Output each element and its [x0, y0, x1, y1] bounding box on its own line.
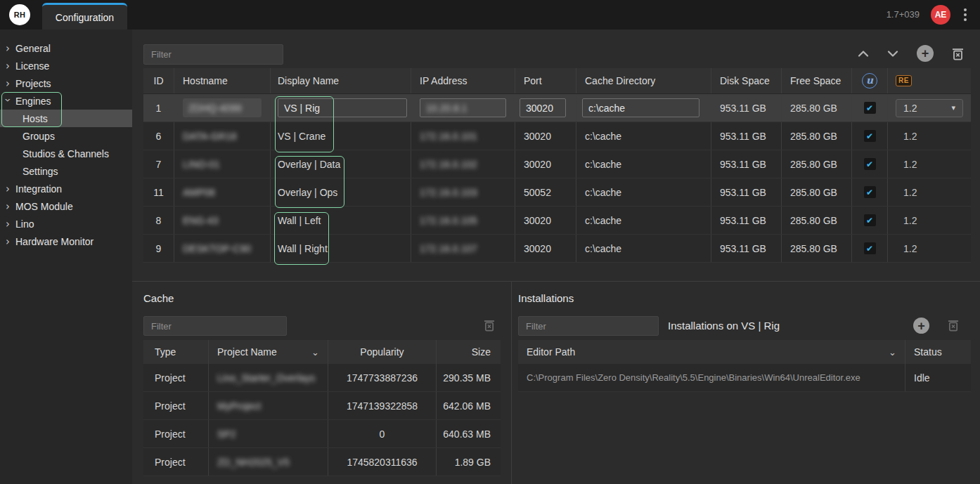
avatar-initials: AE	[935, 10, 947, 20]
cache-row[interactable]: Project ZD_NH2025_V5 1745820311636 1.89 …	[143, 448, 501, 476]
re-version-dropdown[interactable]: 1.2	[896, 99, 963, 117]
unreal-engine-icon	[862, 73, 877, 89]
sidebar-item-hardware-monitor[interactable]: Hardware Monitor	[0, 233, 132, 250]
version-label: 1.7+039	[886, 9, 920, 20]
col-ip-address: IP Address	[411, 68, 515, 93]
col-status: Status	[905, 340, 971, 364]
delete-host-button[interactable]	[952, 47, 964, 60]
unreal-checkbox[interactable]	[864, 158, 876, 170]
host-row-8[interactable]: 8 ENG-43 Wall | Left 172.16.0.105 30020 …	[143, 207, 971, 235]
cache-delete-button[interactable]	[484, 319, 495, 332]
tab-label: Configuration	[56, 12, 114, 23]
cache-directory-input[interactable]	[582, 98, 699, 117]
sidebar-item-engines[interactable]: Engines	[0, 92, 132, 110]
redacted-project-name: Lino_Starter_Overlays	[217, 372, 315, 384]
redacted-ip: 172.16.0.107	[420, 243, 477, 254]
cache-filter-input[interactable]	[143, 316, 287, 336]
redacted-hostname: AMP08	[183, 187, 215, 198]
logo-text: RH	[14, 11, 26, 19]
host-row-9[interactable]: 9 DESKTOP-C90 Wall | Right 172.16.0.107 …	[143, 235, 971, 263]
installations-panel-title: Installations	[518, 292, 574, 304]
display-name-input[interactable]	[278, 98, 407, 117]
col-port: Port	[515, 68, 576, 93]
col-popularity: Popularity	[328, 340, 437, 364]
move-up-button[interactable]	[858, 51, 869, 57]
installations-context-label: Installations on VS | Rig	[668, 320, 780, 332]
chevron-right-icon	[6, 201, 10, 212]
sidebar-item-integration[interactable]: Integration	[0, 180, 132, 197]
port-input[interactable]	[520, 98, 566, 117]
redacted-ip: 172.16.0.105	[420, 215, 477, 226]
status-value: Idle	[905, 364, 971, 391]
sidebar-item-hosts[interactable]: Hosts	[0, 110, 132, 127]
tab-configuration[interactable]: Configuration	[42, 3, 127, 30]
col-size: Size	[437, 340, 501, 364]
installations-table: Editor Path Status C:\Program Files\Zero…	[518, 340, 971, 392]
cache-row[interactable]: Project Lino_Starter_Overlays 1747733887…	[143, 364, 501, 392]
sidebar-item-projects[interactable]: Projects	[0, 74, 132, 92]
host-row-1[interactable]: 1 ZDHQ-4099 10.20.8.1 953.11 GB 285.80 G…	[143, 94, 971, 122]
col-project-name[interactable]: Project Name	[209, 340, 328, 364]
redacted-ip: 10.20.8.1	[426, 103, 467, 114]
reality-hub-logo: RH	[9, 4, 30, 25]
user-avatar[interactable]: AE	[931, 5, 950, 25]
cache-panel-title: Cache	[143, 292, 174, 304]
host-row-6[interactable]: 6 DATA-GR18 VS | Crane 172.16.0.101 3002…	[143, 122, 971, 150]
top-bar: RH Configuration 1.7+039 AE	[0, 0, 980, 30]
ip-field[interactable]: 10.20.8.1	[420, 98, 506, 117]
sidebar-item-settings[interactable]: Settings	[0, 162, 132, 180]
sidebar-item-lino[interactable]: Lino	[0, 215, 132, 233]
redacted-hostname: ENG-43	[183, 215, 219, 226]
hosts-toolbar: +	[858, 45, 964, 62]
unreal-checkbox[interactable]	[864, 102, 876, 114]
kebab-menu-icon[interactable]	[962, 7, 969, 22]
hosts-table-header: ID Hostname Display Name IP Address Port…	[143, 68, 971, 94]
delete-installation-button[interactable]	[948, 319, 959, 332]
sidebar-item-mos-module[interactable]: MOS Module	[0, 197, 132, 215]
sidebar-item-license[interactable]: License	[0, 57, 132, 74]
col-editor-path[interactable]: Editor Path	[518, 340, 905, 364]
redacted-hostname: DATA-GR18	[183, 131, 237, 142]
chevron-right-icon	[6, 78, 10, 89]
chevron-right-icon	[6, 43, 10, 54]
sidebar-item-studios-channels[interactable]: Studios & Channels	[0, 145, 132, 162]
col-hostname: Hostname	[174, 68, 271, 93]
installations-filter-input[interactable]	[518, 316, 659, 336]
host-row-7[interactable]: 7 LINO-01 Overlay | Data 172.16.0.102 30…	[143, 150, 971, 178]
hosts-table: ID Hostname Display Name IP Address Port…	[143, 68, 971, 263]
add-installation-button[interactable]: +	[913, 318, 929, 334]
installations-table-header: Editor Path Status	[518, 340, 971, 364]
redacted-hostname: LINO-01	[183, 159, 220, 170]
cache-row[interactable]: Project SP2 0 640.63 MB	[143, 420, 501, 448]
col-free-space: Free Space	[782, 68, 852, 93]
add-host-button[interactable]: +	[917, 45, 934, 62]
unreal-checkbox[interactable]	[864, 130, 876, 142]
redacted-hostname: ZDHQ-4099	[188, 103, 241, 114]
col-id: ID	[143, 68, 174, 93]
redacted-project-name: ZD_NH2025_V5	[217, 457, 290, 468]
unreal-checkbox[interactable]	[864, 214, 876, 226]
chevron-right-icon	[6, 218, 10, 230]
cache-row[interactable]: Project MyProject 1747139322858 642.06 M…	[143, 392, 501, 420]
chevron-right-icon	[6, 183, 10, 195]
cache-table-header: Type Project Name Popularity Size	[143, 340, 501, 364]
sort-chevron-icon	[889, 347, 896, 358]
cache-table: Type Project Name Popularity Size Projec…	[143, 340, 501, 476]
sidebar-item-general[interactable]: General	[0, 39, 132, 57]
redacted-project-name: MyProject	[217, 400, 261, 412]
unreal-checkbox[interactable]	[864, 186, 876, 198]
col-cache-directory: Cache Directory	[576, 68, 711, 93]
hosts-filter-input[interactable]	[143, 44, 283, 65]
unreal-checkbox[interactable]	[864, 242, 876, 254]
host-row-11[interactable]: 11 AMP08 Overlay | Ops 172.16.0.103 5005…	[143, 178, 971, 207]
redacted-hostname: DESKTOP-C90	[183, 243, 251, 254]
installation-row[interactable]: C:\Program Files\Zero Density\Reality\5.…	[518, 364, 971, 392]
sidebar-item-groups[interactable]: Groups	[0, 127, 132, 145]
sort-chevron-icon	[311, 347, 319, 358]
redacted-ip: 172.16.0.102	[420, 159, 477, 170]
horizontal-divider	[132, 281, 980, 282]
caret-down-icon	[951, 103, 955, 112]
move-down-button[interactable]	[887, 51, 898, 57]
redacted-project-name: SP2	[217, 429, 236, 440]
chevron-right-icon	[6, 236, 10, 247]
